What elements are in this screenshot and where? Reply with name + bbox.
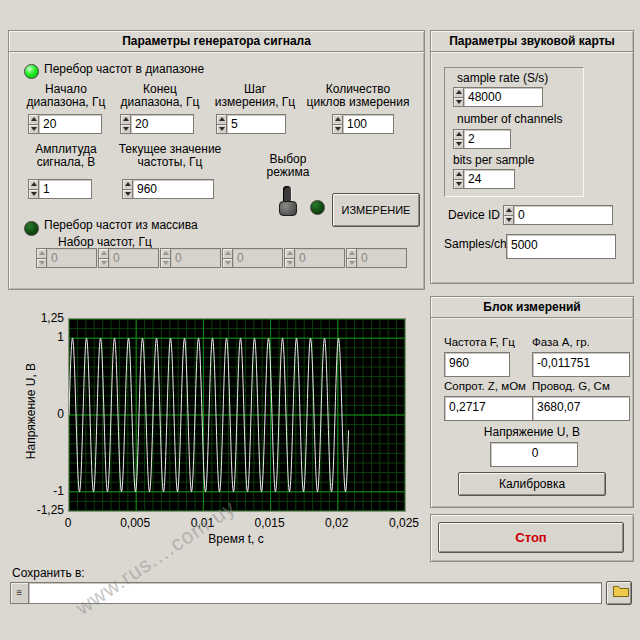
spinner-arrows[interactable]	[216, 114, 227, 134]
spinner-arrows[interactable]	[28, 114, 39, 134]
spinner-arrows[interactable]	[28, 179, 39, 199]
decrement-icon[interactable]	[346, 259, 357, 269]
increment-icon[interactable]	[453, 129, 464, 140]
samples-per-ch-field[interactable]: 5000	[506, 234, 616, 259]
end-range-value[interactable]: 20	[131, 114, 194, 134]
bits-value[interactable]: 24	[464, 169, 515, 189]
increment-icon[interactable]	[98, 248, 109, 259]
increment-icon[interactable]	[28, 114, 39, 125]
spinner-arrows[interactable]	[346, 248, 357, 268]
decrement-icon[interactable]	[122, 190, 133, 200]
sample-rate-value[interactable]: 48000	[464, 87, 543, 107]
cycles-value[interactable]: 100	[343, 114, 394, 134]
freq-array-value-4[interactable]: 0	[295, 248, 345, 268]
decrement-icon[interactable]	[28, 190, 39, 200]
impedance-label: Сопрот. Z, мОм	[444, 380, 526, 393]
increment-icon[interactable]	[122, 179, 133, 190]
mode-toggle[interactable]	[278, 184, 296, 216]
freq-array-element-5[interactable]: 0	[346, 248, 407, 268]
spinner-arrows[interactable]	[98, 248, 109, 268]
step-spinner[interactable]: 5	[216, 114, 286, 134]
increment-icon[interactable]	[120, 114, 131, 125]
decrement-icon[interactable]	[503, 216, 514, 226]
amplitude-spinner[interactable]: 1	[28, 179, 92, 199]
start-range-value[interactable]: 20	[39, 114, 102, 134]
current-freq-spinner[interactable]: 960	[122, 179, 214, 199]
toggle-knob[interactable]	[279, 201, 297, 216]
freq-array-value-3[interactable]: 0	[233, 248, 283, 268]
measure-button[interactable]: ИЗМЕРЕНИЕ	[332, 193, 420, 227]
spinner-arrows[interactable]	[453, 169, 464, 189]
decrement-icon[interactable]	[28, 125, 39, 135]
freq-array-element-4[interactable]: 0	[284, 248, 345, 268]
phase-indicator: -0,011751	[532, 352, 630, 377]
current-freq-label-line2: частоты, Гц	[114, 156, 226, 169]
current-freq-value[interactable]: 960	[133, 179, 214, 199]
spinner-arrows[interactable]	[160, 248, 171, 268]
channels-spinner[interactable]: 2	[453, 129, 511, 149]
decrement-icon[interactable]	[160, 259, 171, 269]
step-label-line2: измерения, Гц	[210, 96, 300, 109]
spinner-arrows[interactable]	[284, 248, 295, 268]
freq-array-element-0[interactable]: 0	[36, 248, 97, 268]
save-path-control[interactable]: ≡	[10, 582, 602, 604]
calibrate-button[interactable]: Калибровка	[458, 472, 606, 496]
stop-button[interactable]: Стоп	[438, 522, 624, 553]
spinner-arrows[interactable]	[122, 179, 133, 199]
decrement-icon[interactable]	[216, 125, 227, 135]
decrement-icon[interactable]	[284, 259, 295, 269]
spinner-arrows[interactable]	[453, 87, 464, 107]
freq-array-value-2[interactable]: 0	[171, 248, 221, 268]
freq-array-element-2[interactable]: 0	[160, 248, 221, 268]
increment-icon[interactable]	[346, 248, 357, 259]
increment-icon[interactable]	[332, 114, 343, 125]
browse-folder-button[interactable]	[606, 581, 632, 605]
path-type-icon[interactable]: ≡	[10, 582, 29, 604]
decrement-icon[interactable]	[98, 259, 109, 269]
sample-rate-spinner[interactable]: 48000	[453, 87, 543, 107]
decrement-icon[interactable]	[36, 259, 47, 269]
increment-icon[interactable]	[28, 179, 39, 190]
y-tick-label: 1	[20, 330, 64, 344]
increment-icon[interactable]	[453, 87, 464, 98]
end-range-spinner[interactable]: 20	[120, 114, 194, 134]
device-id-spinner[interactable]: 0	[503, 205, 613, 225]
freq-array-value-0[interactable]: 0	[47, 248, 97, 268]
freq-array-element-3[interactable]: 0	[222, 248, 283, 268]
spinner-arrows[interactable]	[36, 248, 47, 268]
decrement-icon[interactable]	[453, 140, 464, 150]
increment-icon[interactable]	[453, 169, 464, 180]
step-value[interactable]: 5	[227, 114, 286, 134]
x-tick-label: 0,01	[180, 516, 224, 530]
spinner-arrows[interactable]	[120, 114, 131, 134]
sound-card-panel: Параметры звуковой карты sample rate (S/…	[430, 30, 634, 284]
measurement-block-title: Блок измерений	[431, 297, 633, 318]
decrement-icon[interactable]	[453, 98, 464, 108]
spinner-arrows[interactable]	[222, 248, 233, 268]
save-path-input[interactable]	[29, 582, 602, 604]
start-range-spinner[interactable]: 20	[28, 114, 102, 134]
increment-icon[interactable]	[222, 248, 233, 259]
decrement-icon[interactable]	[222, 259, 233, 269]
labview-front-panel: Параметры генератора сигнала Перебор час…	[0, 0, 640, 640]
amplitude-value[interactable]: 1	[39, 179, 92, 199]
freq-array-element-1[interactable]: 0	[98, 248, 159, 268]
cycles-spinner[interactable]: 100	[332, 114, 394, 134]
stop-panel: Стоп	[430, 514, 634, 562]
decrement-icon[interactable]	[332, 125, 343, 135]
spinner-arrows[interactable]	[332, 114, 343, 134]
freq-array-value-1[interactable]: 0	[109, 248, 159, 268]
spinner-arrows[interactable]	[453, 129, 464, 149]
increment-icon[interactable]	[216, 114, 227, 125]
increment-icon[interactable]	[36, 248, 47, 259]
bits-spinner[interactable]: 24	[453, 169, 515, 189]
freq-array-value-5[interactable]: 0	[357, 248, 407, 268]
channels-value[interactable]: 2	[464, 129, 511, 149]
increment-icon[interactable]	[284, 248, 295, 259]
spinner-arrows[interactable]	[503, 205, 514, 225]
increment-icon[interactable]	[160, 248, 171, 259]
device-id-value[interactable]: 0	[514, 205, 613, 225]
increment-icon[interactable]	[503, 205, 514, 216]
decrement-icon[interactable]	[453, 180, 464, 190]
decrement-icon[interactable]	[120, 125, 131, 135]
